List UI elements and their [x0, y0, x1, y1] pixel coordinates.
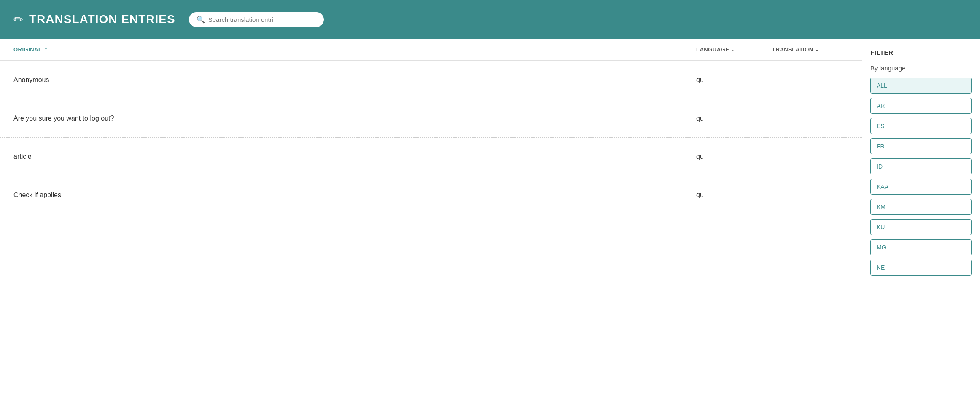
language-chevron-icon: ⌄ — [731, 47, 735, 52]
search-icon: 🔍 — [197, 16, 205, 24]
header-title-area: ✏ TRANSLATION ENTRIES — [13, 13, 175, 27]
main-table-section: ORIGINAL ⌃ LANGUAGE ⌄ TRANSLATION ⌄ Anon… — [0, 39, 862, 418]
table-body: Anonymous qu Are you sure you want to lo… — [0, 61, 862, 214]
page-title: TRANSLATION ENTRIES — [29, 13, 175, 26]
table-row[interactable]: Anonymous qu — [0, 61, 862, 99]
table-row[interactable]: Are you sure you want to log out? qu — [0, 99, 862, 138]
search-container[interactable]: 🔍 — [189, 12, 324, 27]
language-filter-list: ALLARESFRIDKAAKMKUMGNE — [870, 78, 972, 276]
language-filter-btn-km[interactable]: KM — [870, 199, 972, 215]
language-column-header[interactable]: LANGUAGE ⌄ — [696, 46, 772, 53]
row-language-2: qu — [696, 153, 772, 161]
row-original-2: article — [13, 153, 696, 161]
original-column-header[interactable]: ORIGINAL ⌃ — [13, 46, 696, 53]
content-area: ORIGINAL ⌃ LANGUAGE ⌄ TRANSLATION ⌄ Anon… — [0, 39, 980, 418]
language-filter-btn-kaa[interactable]: KAA — [870, 179, 972, 195]
language-filter-btn-all[interactable]: ALL — [870, 78, 972, 94]
language-filter-btn-id[interactable]: ID — [870, 158, 972, 174]
table-row[interactable]: Check if applies qu — [0, 176, 862, 214]
filter-sidebar: FILTER By language ALLARESFRIDKAAKMKUMGN… — [862, 39, 980, 418]
language-filter-btn-ar[interactable]: AR — [870, 98, 972, 114]
language-filter-btn-fr[interactable]: FR — [870, 138, 972, 154]
filter-title: FILTER — [870, 49, 972, 56]
row-original-3: Check if applies — [13, 191, 696, 199]
translation-column-label: TRANSLATION — [772, 46, 813, 53]
row-language-1: qu — [696, 115, 772, 122]
original-column-label: ORIGINAL — [13, 46, 42, 53]
by-language-label: By language — [870, 64, 972, 72]
app-header: ✏ TRANSLATION ENTRIES 🔍 — [0, 0, 980, 39]
translation-column-header[interactable]: TRANSLATION ⌄ — [772, 46, 848, 53]
language-filter-btn-es[interactable]: ES — [870, 118, 972, 134]
row-original-1: Are you sure you want to log out? — [13, 115, 696, 122]
language-filter-btn-ku[interactable]: KU — [870, 219, 972, 235]
language-filter-btn-ne[interactable]: NE — [870, 260, 972, 276]
row-original-0: Anonymous — [13, 76, 696, 84]
sort-asc-icon: ⌃ — [44, 47, 48, 52]
table-row[interactable]: article qu — [0, 138, 862, 176]
row-language-3: qu — [696, 191, 772, 199]
row-language-0: qu — [696, 76, 772, 84]
language-filter-btn-mg[interactable]: MG — [870, 239, 972, 255]
pencil-icon: ✏ — [13, 13, 23, 27]
language-column-label: LANGUAGE — [696, 46, 729, 53]
column-headers: ORIGINAL ⌃ LANGUAGE ⌄ TRANSLATION ⌄ — [0, 39, 862, 61]
translation-chevron-icon: ⌄ — [815, 47, 819, 52]
search-input[interactable] — [208, 16, 316, 23]
